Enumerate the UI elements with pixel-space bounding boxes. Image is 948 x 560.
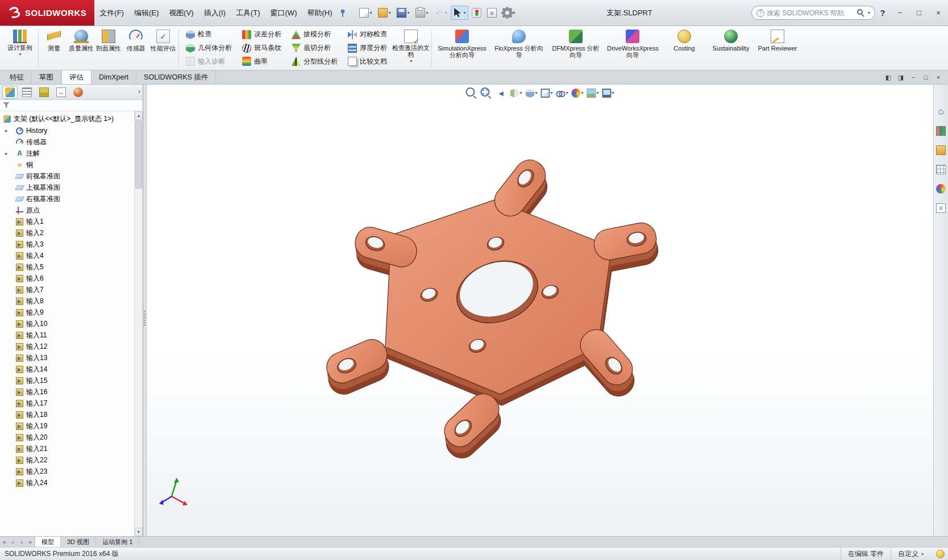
tree-item[interactable]: 输入21 — [0, 443, 134, 454]
home-button[interactable] — [935, 105, 947, 118]
tree-item[interactable]: 原点 — [0, 204, 134, 216]
check-entity-button[interactable]: 检查 — [182, 28, 236, 41]
simulationxpress-button[interactable]: SimulationXpress 分析向导 — [434, 27, 490, 69]
view-settings-button[interactable]: ▾ — [601, 86, 616, 100]
draft-analysis-button[interactable]: 拔模分析 — [288, 28, 342, 41]
featuremanager-tab[interactable] — [2, 86, 18, 99]
minimize-button[interactable]: − — [890, 0, 909, 26]
document-tab[interactable]: 模型 — [35, 537, 61, 547]
part-model[interactable] — [147, 85, 933, 536]
geometry-analysis-button[interactable]: 几何体分析 — [182, 41, 236, 55]
zoom-fit-button[interactable] — [464, 86, 478, 100]
view-orientation-button[interactable]: ▾ — [524, 86, 538, 100]
tree-item[interactable]: 铜 — [0, 159, 134, 170]
tree-item[interactable]: 上视基准面 — [0, 182, 134, 193]
help-button[interactable]: ? — [875, 9, 890, 18]
undercut-analysis-button[interactable]: 底切分析 — [288, 41, 342, 55]
print-button[interactable]: ▾ — [413, 6, 431, 20]
rebuild-button[interactable] — [469, 6, 484, 20]
tree-item[interactable]: 传感器 — [0, 136, 134, 148]
propertymanager-tab[interactable] — [19, 86, 35, 99]
tree-item[interactable]: 右视基准面 — [0, 193, 134, 204]
custom-status[interactable]: 自定义 ▴ — [891, 548, 930, 560]
tree-root-item[interactable]: 支架 (默认<<默认>_显示状态 1>) — [0, 112, 134, 125]
split-left-button[interactable]: ◧ — [882, 70, 895, 84]
scroll-last-button[interactable]: » — [26, 537, 35, 547]
ribbon-tab[interactable]: 特征 — [2, 70, 32, 84]
maximize-button[interactable]: □ — [909, 0, 929, 26]
tree-item[interactable]: 输入20 — [0, 432, 134, 443]
hide-show-items-button[interactable]: ▾ — [555, 86, 569, 100]
resources-icon[interactable] — [936, 550, 945, 558]
view-palette-button[interactable] — [935, 163, 947, 175]
tree-item[interactable]: 输入14 — [0, 363, 134, 375]
tree-item[interactable]: 输入6 — [0, 273, 134, 284]
tree-item[interactable]: 输入7 — [0, 284, 134, 295]
tree-item[interactable]: 输入3 — [0, 239, 134, 250]
pin-icon[interactable] — [339, 9, 347, 18]
previous-view-button[interactable] — [494, 86, 508, 100]
filter-icon[interactable] — [3, 102, 10, 109]
file-properties-button[interactable] — [485, 6, 499, 20]
splitter-grip-icon[interactable] — [144, 311, 145, 325]
split-right-button[interactable]: ◨ — [895, 70, 907, 84]
expand-arrow-icon[interactable]: ▸ — [5, 151, 8, 156]
tree-item[interactable]: 输入16 — [0, 386, 134, 398]
ribbon-tab[interactable]: DimXpert — [92, 70, 136, 84]
menu-item[interactable]: 帮助(H) — [302, 0, 337, 26]
tree-item[interactable]: 输入12 — [0, 341, 134, 352]
menu-item[interactable]: 视图(V) — [164, 0, 198, 26]
menu-item[interactable]: 工具(T) — [231, 0, 265, 26]
floxpress-button[interactable]: FloXpress 分析向导 — [490, 27, 547, 69]
menu-item[interactable]: 窗口(W) — [265, 0, 302, 26]
ribbon-tab[interactable]: 草图 — [32, 70, 61, 84]
tree-item[interactable]: 前视基准面 — [0, 170, 134, 182]
tree-item[interactable]: ▸History — [0, 125, 134, 136]
performance-button[interactable]: 性能评估 — [149, 27, 177, 69]
tree-item[interactable]: 输入22 — [0, 454, 134, 466]
ribbon-tab[interactable]: SOLIDWORKS 插件 — [136, 70, 216, 84]
menu-item[interactable]: 插入(I) — [199, 0, 231, 26]
scroll-up-button[interactable]: ▴ — [135, 111, 143, 120]
appearances-button[interactable] — [935, 182, 947, 195]
document-tab[interactable]: 运动算例 1 — [96, 537, 139, 547]
help-search[interactable]: ▾ — [751, 6, 875, 20]
configurationmanager-tab[interactable] — [36, 86, 52, 99]
search-magnifier-icon[interactable] — [857, 9, 863, 15]
thickness-analysis-button[interactable]: 厚度分析 — [344, 41, 391, 55]
panel-expand-icon[interactable]: › — [138, 87, 140, 95]
menu-item[interactable]: 文件(F) — [94, 0, 129, 26]
part-reviewer-button[interactable]: Part Reviewer — [754, 27, 801, 69]
tree-item[interactable]: 输入18 — [0, 409, 134, 420]
tree-item[interactable]: 输入8 — [0, 295, 134, 307]
custom-properties-button[interactable] — [935, 202, 947, 214]
zebra-stripes-button[interactable]: 斑马条纹 — [238, 41, 285, 55]
search-caret-icon[interactable]: ▾ — [868, 11, 870, 15]
dfmxpress-button[interactable]: DFMXpress 分析向导 — [547, 27, 604, 69]
curvature-button[interactable]: 曲率 — [238, 55, 285, 68]
tree-item[interactable]: 输入10 — [0, 318, 134, 329]
import-diagnostics-button[interactable]: 输入诊断 — [182, 55, 236, 68]
displaymanager-tab[interactable] — [70, 86, 86, 99]
tree-item[interactable]: 输入9 — [0, 307, 134, 318]
symmetry-check-button[interactable]: 对称检查 — [344, 28, 391, 41]
doc-minimize-button[interactable]: − — [907, 70, 920, 84]
compare-documents-button[interactable]: 比较文档 — [344, 55, 391, 68]
close-button[interactable]: × — [929, 0, 948, 26]
tree-item[interactable]: 输入17 — [0, 398, 134, 409]
save-button[interactable]: ▾ — [394, 6, 412, 20]
check-active-document-button[interactable]: 检查激活的文档▾ — [392, 27, 430, 69]
tree-item[interactable]: 输入15 — [0, 375, 134, 386]
open-button[interactable]: ▾ — [376, 6, 393, 20]
menu-item[interactable]: 编辑(E) — [129, 0, 164, 26]
options-button[interactable]: ▾ — [500, 6, 518, 20]
tree-item[interactable]: 输入19 — [0, 420, 134, 432]
sensor-button[interactable]: 传感器 — [122, 27, 149, 69]
dimxpertmanager-tab[interactable] — [53, 86, 69, 99]
scroll-next-button[interactable]: › — [18, 537, 26, 547]
tree-item[interactable]: ▸注解 — [0, 148, 134, 159]
doc-close-button[interactable]: × — [932, 70, 945, 84]
edit-appearance-button[interactable]: ▾ — [571, 86, 585, 100]
tree-item[interactable]: 输入2 — [0, 227, 134, 239]
scroll-thumb[interactable] — [135, 120, 142, 189]
